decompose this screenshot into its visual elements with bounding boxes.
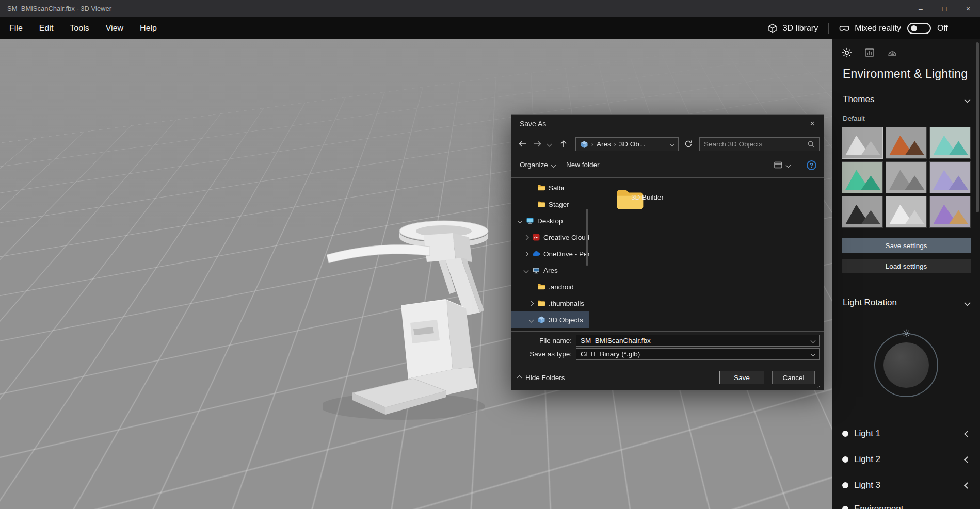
light-rotation-header[interactable]: Light Rotation — [832, 296, 980, 311]
tree-item-android[interactable]: .android — [511, 278, 589, 295]
address-dropdown-icon[interactable] — [670, 142, 675, 147]
dialog-close-button[interactable]: × — [801, 115, 824, 133]
file-item-3d-builder[interactable]: 3D Builder — [603, 187, 657, 214]
tree-label: Salbi — [549, 184, 564, 192]
chevron-down-icon[interactable] — [528, 317, 534, 322]
tree-item-3d-objects[interactable]: 3D Objects — [511, 311, 589, 328]
theme-tile-1[interactable] — [842, 127, 883, 159]
dialog-bottom-row: Hide Folders Save Cancel — [511, 371, 824, 385]
cube-icon — [767, 23, 778, 34]
forward-button[interactable] — [531, 137, 544, 151]
chevron-down-icon[interactable] — [523, 268, 528, 273]
menu-help[interactable]: Help — [132, 17, 165, 39]
mixed-reality-toggle[interactable] — [907, 23, 931, 34]
address-bar[interactable]: › Ares › 3D Ob... — [575, 137, 679, 151]
recent-locations-button[interactable] — [544, 137, 554, 151]
tree-item-onedrive[interactable]: OneDrive - Pers — [511, 245, 589, 262]
maximize-button[interactable]: □ — [933, 0, 956, 17]
save-as-dialog: Save As × › Ares › 3D Ob... — [511, 114, 824, 390]
search-input[interactable] — [704, 140, 807, 148]
chevron-left-icon — [964, 456, 971, 463]
load-settings-button[interactable]: Load settings — [842, 259, 971, 273]
theme-tile-2[interactable] — [886, 127, 927, 159]
menu-view[interactable]: View — [98, 17, 132, 39]
menu-tools[interactable]: Tools — [61, 17, 97, 39]
view-mode-button[interactable] — [774, 156, 790, 174]
resize-grip[interactable]: ⋰ — [817, 384, 822, 389]
tree-item-thumbnails[interactable]: .thumbnails — [511, 295, 589, 311]
stats-tab-button[interactable] — [861, 45, 878, 60]
levels-icon — [864, 47, 875, 58]
new-folder-label: New folder — [566, 156, 600, 174]
minimize-button[interactable]: – — [909, 0, 933, 17]
lighting-tab-button[interactable] — [839, 45, 855, 60]
pc-icon — [532, 266, 540, 274]
tree-item-stager[interactable]: Stager — [511, 196, 589, 212]
file-name-label: File name: — [511, 337, 572, 344]
close-button[interactable]: × — [956, 0, 980, 17]
light-1-section[interactable]: Light 1 — [832, 421, 980, 447]
tree-item-desktop[interactable]: Desktop — [511, 212, 589, 229]
chevron-right-icon[interactable] — [528, 301, 534, 306]
theme-tile-7[interactable] — [842, 196, 883, 228]
scan-chair-model — [323, 215, 501, 423]
light-rotation-sphere[interactable] — [883, 342, 929, 388]
grid-tab-button[interactable] — [884, 45, 901, 60]
light-2-section[interactable]: Light 2 — [832, 447, 980, 472]
refresh-button[interactable] — [682, 137, 695, 151]
dialog-title: Save As — [520, 115, 546, 133]
title-bar: SM_BMIScanChair.fbx - 3D Viewer – □ × — [0, 0, 980, 17]
combo-dropdown-icon[interactable] — [811, 352, 816, 357]
theme-tile-8[interactable] — [886, 196, 927, 228]
chevron-down-icon[interactable] — [517, 218, 522, 223]
combo-dropdown-icon[interactable] — [811, 338, 816, 343]
theme-tile-5[interactable] — [886, 161, 927, 193]
creative-cloud-icon — [532, 233, 540, 241]
help-button[interactable]: ? — [807, 160, 816, 170]
theme-tile-3[interactable] — [929, 127, 971, 159]
file-list[interactable]: 3D Builder — [589, 178, 824, 331]
light-3-section[interactable]: Light 3 — [832, 472, 980, 498]
tree-label: Desktop — [537, 217, 563, 225]
breadcrumb-ares[interactable]: Ares — [597, 140, 611, 148]
file-name-input[interactable] — [581, 337, 808, 344]
organize-button[interactable]: Organize — [520, 156, 555, 174]
3d-objects-icon — [580, 140, 588, 149]
save-button[interactable]: Save — [719, 371, 764, 384]
tree-item-creative-cloud[interactable]: Creative Cloud — [511, 229, 589, 245]
cancel-button[interactable]: Cancel — [772, 371, 815, 384]
light-bullet-icon — [842, 456, 848, 463]
hide-folders-button[interactable]: Hide Folders — [518, 371, 565, 384]
chevron-right-icon[interactable] — [523, 251, 528, 256]
up-button[interactable] — [557, 137, 570, 151]
theme-tile-6[interactable] — [929, 161, 971, 193]
light-2-label: Light 2 — [854, 454, 880, 465]
environment-section[interactable]: Environment — [832, 496, 980, 509]
sun-icon — [842, 47, 852, 58]
file-name-field[interactable] — [576, 335, 820, 347]
grip-icon: ⋰ — [817, 384, 822, 389]
dialog-title-bar[interactable]: Save As × — [511, 115, 824, 133]
menu-edit[interactable]: Edit — [31, 17, 62, 39]
breadcrumb-3d-objects[interactable]: 3D Ob... — [619, 140, 645, 148]
tree-item-salbi[interactable]: Salbi — [511, 179, 589, 196]
save-type-select[interactable]: GLTF Binary (*.glb) — [576, 348, 820, 360]
toggle-knob — [911, 25, 917, 31]
theme-tile-4[interactable] — [842, 161, 883, 193]
themes-section-header[interactable]: Themes — [832, 93, 980, 108]
tree-scrollbar[interactable] — [586, 209, 588, 266]
3d-library-button[interactable]: 3D library — [783, 24, 818, 33]
mixed-reality-label: Mixed reality — [855, 24, 901, 33]
light-rotation-label: Light Rotation — [843, 298, 897, 308]
cancel-label: Cancel — [782, 374, 804, 382]
tree-item-ares[interactable]: Ares — [511, 262, 589, 278]
new-folder-button[interactable]: New folder — [566, 156, 600, 174]
save-settings-button[interactable]: Save settings — [842, 238, 971, 253]
menu-file[interactable]: File — [1, 17, 31, 39]
theme-tile-9[interactable] — [929, 196, 971, 228]
sidebar-scrollbar[interactable] — [976, 42, 979, 212]
chevron-right-icon[interactable] — [523, 235, 528, 240]
chevron-down-icon — [547, 141, 552, 146]
dome-grid-icon — [887, 47, 897, 58]
back-button[interactable] — [516, 137, 529, 151]
